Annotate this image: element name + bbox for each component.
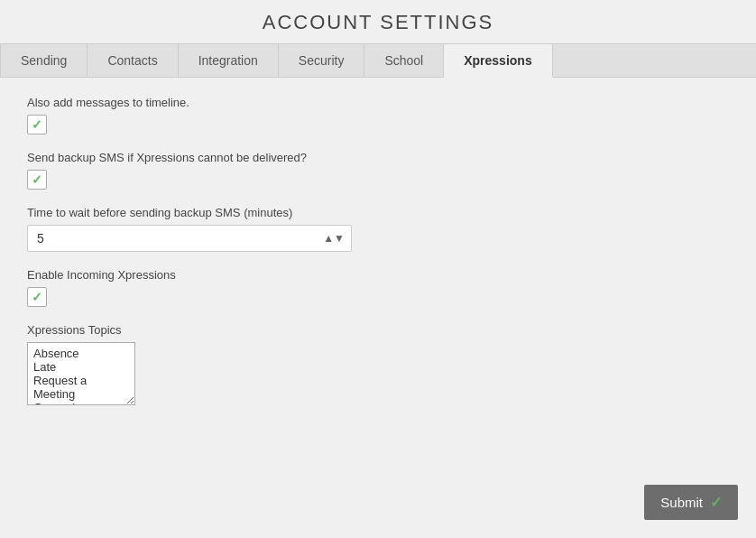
tab-contacts[interactable]: Contacts bbox=[88, 44, 178, 77]
topics-textarea[interactable]: Absence Late Request a Meeting General P… bbox=[27, 342, 135, 405]
content-area: Also add messages to timeline. ✓ Send ba… bbox=[0, 78, 756, 443]
tab-sending[interactable]: Sending bbox=[0, 44, 88, 77]
topics-label: Xpressions Topics bbox=[27, 323, 729, 337]
incoming-checkbox[interactable]: ✓ bbox=[27, 287, 47, 307]
backup-sms-checkbox[interactable]: ✓ bbox=[27, 170, 47, 190]
tab-school[interactable]: School bbox=[364, 44, 444, 77]
page-title: ACCOUNT SETTINGS bbox=[0, 11, 756, 34]
submit-button[interactable]: Submit ✓ bbox=[644, 485, 738, 520]
submit-label: Submit bbox=[660, 495, 703, 510]
timeline-row: Also add messages to timeline. ✓ bbox=[27, 96, 729, 134]
incoming-checkmark: ✓ bbox=[32, 290, 42, 304]
tabs-bar: Sending Contacts Integration Security Sc… bbox=[0, 43, 756, 78]
topics-row: Xpressions Topics Absence Late Request a… bbox=[27, 323, 729, 409]
wait-time-label: Time to wait before sending backup SMS (… bbox=[27, 206, 729, 219]
backup-sms-label: Send backup SMS if Xpressions cannot be … bbox=[27, 151, 729, 164]
tab-security[interactable]: Security bbox=[279, 44, 365, 77]
page-header: ACCOUNT SETTINGS bbox=[0, 0, 756, 43]
wait-time-select-wrapper: 5 10 15 30 ▲▼ bbox=[27, 225, 352, 252]
wait-time-select[interactable]: 5 10 15 30 bbox=[27, 225, 352, 252]
timeline-label: Also add messages to timeline. bbox=[27, 96, 729, 109]
tab-integration[interactable]: Integration bbox=[179, 44, 279, 77]
backup-sms-checkmark: ✓ bbox=[32, 172, 42, 187]
incoming-row: Enable Incoming Xpressions ✓ bbox=[27, 268, 729, 307]
incoming-label: Enable Incoming Xpressions bbox=[27, 268, 729, 282]
backup-sms-row: Send backup SMS if Xpressions cannot be … bbox=[27, 151, 729, 190]
timeline-checkmark: ✓ bbox=[32, 117, 42, 132]
tab-xpressions[interactable]: Xpressions bbox=[444, 44, 552, 78]
wait-time-row: Time to wait before sending backup SMS (… bbox=[27, 206, 729, 252]
submit-check-icon: ✓ bbox=[710, 494, 722, 511]
timeline-checkbox[interactable]: ✓ bbox=[27, 115, 47, 134]
